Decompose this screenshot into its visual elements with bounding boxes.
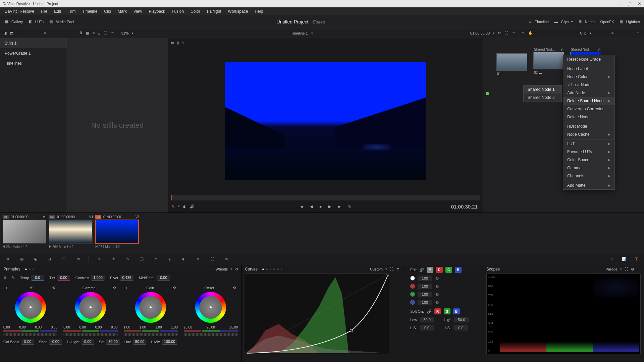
expand-icon[interactable]: ⛶	[104, 31, 107, 35]
chevron-down-icon[interactable]: ▾	[132, 32, 133, 35]
reset-icon[interactable]: ⟲	[435, 292, 439, 297]
menu-clip[interactable]: Clip	[101, 8, 114, 15]
ctx-channels[interactable]: Channels▶	[563, 172, 614, 180]
shad-value[interactable]: 0.00	[49, 339, 62, 345]
gallery-item-timelines[interactable]: Timelines	[0, 58, 67, 68]
reset-icon[interactable]: ⟲	[435, 276, 439, 281]
low-value[interactable]: 50.0	[420, 317, 434, 322]
menu-app[interactable]: DaVinci Resolve	[1, 8, 38, 15]
curve-editor[interactable]	[245, 274, 389, 354]
viewer-timecode[interactable]: 01:00:00:00	[470, 31, 490, 35]
pivot-value[interactable]: 0.435	[120, 275, 133, 281]
picker-icon[interactable]: ✎	[12, 276, 15, 280]
palette-qualifier-icon[interactable]: ✎	[124, 255, 131, 263]
palette-curves-icon[interactable]: ∿	[96, 255, 103, 263]
offset-reset-icon[interactable]: ⟲	[233, 286, 236, 290]
palette-camera-raw-icon[interactable]: ✿	[4, 255, 11, 263]
more-icon[interactable]: ⋯	[512, 31, 515, 35]
maximize-icon[interactable]: ▢	[628, 1, 632, 6]
chevron-down-icon[interactable]: ▾	[311, 32, 313, 35]
ctx-favorite-luts[interactable]: Favorite LUTs▶	[563, 148, 614, 156]
ctx-reset-node-grade[interactable]: Reset Node Grade	[563, 55, 614, 63]
split-icon[interactable]: ▯	[177, 41, 179, 45]
submenu-item-shared-node-2[interactable]: Shared Node 2	[524, 94, 561, 102]
hue-value[interactable]: 50.00	[133, 339, 147, 345]
expand-viewer-icon[interactable]: ⛶	[504, 31, 508, 35]
ctx-color-space[interactable]: Color Space▶	[563, 156, 614, 164]
scopes-icon[interactable]: 📊	[621, 255, 628, 263]
playhead[interactable]	[171, 195, 172, 200]
chevron-down-icon[interactable]: ▾	[620, 267, 622, 271]
link-icon[interactable]: 🔗	[427, 309, 432, 314]
gamma-wheel[interactable]	[75, 292, 106, 323]
refresh-icon[interactable]: ⟳	[498, 31, 501, 35]
loop-icon[interactable]: ↻	[348, 204, 351, 209]
settings-icon[interactable]: ⚙	[631, 267, 634, 272]
go-end-icon[interactable]: ⏭	[338, 204, 341, 208]
minimize-icon[interactable]: —	[617, 1, 622, 6]
softclip-b-button[interactable]: B	[453, 308, 460, 314]
more-icon[interactable]: ⋯	[637, 267, 641, 272]
highlight-icon[interactable]: ▭	[171, 41, 174, 45]
reset-icon[interactable]: ⟲	[235, 267, 238, 272]
palette-hdr-icon[interactable]: ◑	[46, 255, 54, 263]
ctx-node-color[interactable]: Node Color▶	[563, 73, 614, 81]
ctx-lock-node[interactable]: ✓Lock Node	[563, 81, 614, 89]
wand-icon[interactable]: ✧	[182, 41, 185, 45]
lmix-value[interactable]: 100.00	[162, 339, 177, 345]
expand-icon[interactable]: ⛶	[625, 267, 628, 271]
step-back-icon[interactable]: ◀	[310, 204, 313, 209]
softclip-g-button[interactable]: G	[444, 308, 450, 314]
luts-button[interactable]: ◧ LUTs	[28, 19, 44, 24]
menu-trim[interactable]: Trim	[64, 8, 79, 15]
ctx-node-cache[interactable]: Node Cache▶	[563, 130, 614, 138]
ls-value[interactable]: 0.0	[420, 325, 434, 330]
more-icon[interactable]: ⋯	[637, 31, 641, 35]
unmix-icon[interactable]: ◐	[183, 204, 186, 209]
lift-reset-icon[interactable]: ⟲	[52, 286, 55, 290]
search-icon[interactable]: ⌕	[98, 31, 100, 35]
reset-icon[interactable]: ⟲	[435, 300, 439, 305]
chevron-down-icon[interactable]: ▾	[493, 32, 495, 35]
channel-b-button[interactable]: B	[455, 267, 462, 273]
clip-01[interactable]: 0101:00:00:00V1 H.264 Main L4.2	[3, 215, 47, 251]
gallery-item-powergrade[interactable]: PowerGrade 1	[0, 48, 67, 58]
gamma-jog[interactable]	[63, 333, 117, 336]
gallery-button[interactable]: ▦ Gallery	[4, 19, 23, 24]
gain-reset-icon[interactable]: ⟲	[173, 286, 176, 290]
clip-mode-label[interactable]: Clip	[580, 31, 586, 35]
channel-y-button[interactable]: Y	[427, 267, 433, 273]
lift-jog[interactable]	[3, 333, 57, 336]
ctx-add-node[interactable]: Add Node▶	[563, 89, 614, 97]
palette-warper-icon[interactable]: ✳	[110, 255, 117, 263]
more-icon[interactable]: ⋯	[111, 31, 114, 35]
close-icon[interactable]: ✕	[638, 1, 641, 6]
clip-01-thumb[interactable]	[3, 220, 46, 244]
hand-icon[interactable]: ✋	[528, 31, 533, 35]
b-intensity-dot[interactable]	[410, 300, 415, 305]
node-02-shared[interactable]: Shared Nod...⇄ 02 ▬	[533, 48, 564, 74]
reset-icon[interactable]: ⟲	[435, 284, 439, 289]
stop-icon[interactable]: ■	[319, 204, 322, 208]
y-intensity-dot[interactable]	[410, 276, 415, 281]
grab-still-icon[interactable]: ⬒	[10, 31, 13, 35]
ctx-hdr-mode[interactable]: HDR Mode	[563, 122, 614, 130]
gamma-reset-icon[interactable]: ⟲	[113, 286, 116, 290]
lift-wheel[interactable]	[15, 292, 46, 323]
eyedropper-icon[interactable]: ✎	[172, 204, 175, 209]
curves-mode[interactable]: Custom	[370, 267, 383, 271]
nodes-button[interactable]: ⊞ Nodes	[578, 19, 596, 24]
ctx-add-matte[interactable]: Add Matte▶	[563, 181, 614, 189]
auto-balance-icon[interactable]: ⊕	[3, 276, 6, 280]
grid-view-icon[interactable]: ▦	[86, 31, 89, 35]
lift-picker-icon[interactable]: +	[5, 286, 7, 290]
offset-jog[interactable]	[184, 333, 238, 336]
r-intensity-value[interactable]: 100	[418, 284, 432, 289]
b-intensity-value[interactable]: 100	[418, 300, 432, 305]
submenu-item-shared-node-1[interactable]: Shared Node 1	[524, 85, 561, 94]
palette-tracker-icon[interactable]: ✦	[152, 255, 159, 263]
mediapool-button[interactable]: ▤ Media Pool	[48, 19, 74, 24]
list-view-icon[interactable]: ≡	[93, 31, 95, 35]
clip-03[interactable]: 0301:00:00:00V1 H.264 Main L4.2	[95, 215, 140, 251]
sat-value[interactable]: 50.00	[106, 339, 120, 345]
